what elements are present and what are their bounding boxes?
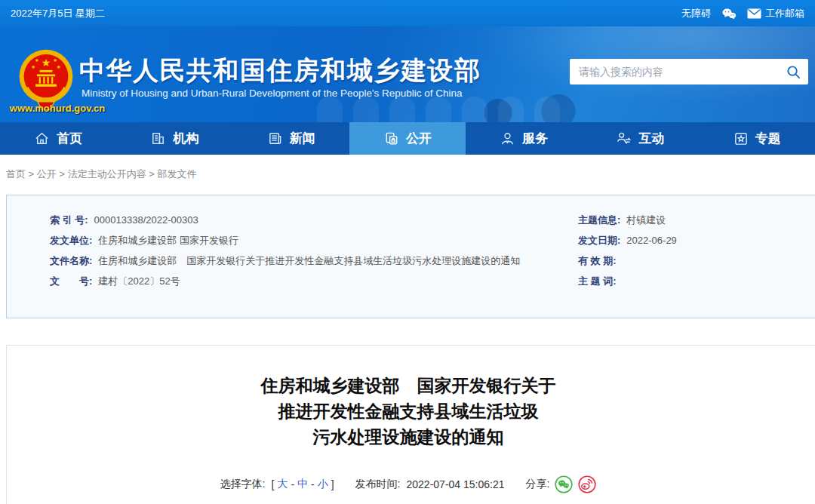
site-title-english: Ministry of Housing and Urban-Rural Deve… xyxy=(82,88,463,99)
share-wechat-icon[interactable] xyxy=(555,475,573,493)
article-title-line3: 污水处理设施建设的通知 xyxy=(7,424,810,450)
site-banner: ★ ★ ★ ★ ★ www.mohurd.gov.cn 中华人民共和国住房和城乡… xyxy=(0,26,815,122)
article-title: 住房和城乡建设部 国家开发银行关于 推进开发性金融支持县域生活垃圾 污水处理设施… xyxy=(7,373,810,450)
banner-building-arches xyxy=(317,97,596,122)
interaction-icon xyxy=(616,131,632,146)
meta-label: 文件名称: xyxy=(50,256,92,266)
share-group: 分享: xyxy=(526,475,597,493)
meta-row-keywords: 主 题 词: xyxy=(578,276,804,287)
svg-text:★: ★ xyxy=(53,57,57,63)
svg-text:★: ★ xyxy=(31,64,35,69)
national-emblem-logo: ★ ★ ★ ★ ★ xyxy=(17,48,75,110)
site-title: 中华人民共和国住房和城乡建设部 xyxy=(79,54,481,88)
article-box: 住房和城乡建设部 国家开发银行关于 推进开发性金融支持县域生活垃圾 污水处理设施… xyxy=(6,345,815,504)
meta-label: 发文单位: xyxy=(50,235,92,246)
building-icon xyxy=(150,131,166,146)
service-icon xyxy=(500,131,515,146)
font-size-selector: 选择字体: [ 大 - 中 - 小 ] xyxy=(220,478,334,491)
current-date: 2022年7月5日 星期二 xyxy=(11,7,105,20)
share-label: 分享: xyxy=(526,478,550,491)
font-size-medium[interactable]: 中 xyxy=(296,478,309,491)
meta-value: 建村〔2022〕52号 xyxy=(98,276,180,287)
article-meta-bar: 选择字体: [ 大 - 中 - 小 ] 发布时间: 2022-07-04 15:… xyxy=(7,475,810,493)
search-button[interactable] xyxy=(778,59,808,85)
meta-row-document-number: 文 号: 建村〔2022〕52号 xyxy=(50,276,548,287)
meta-row-validity: 有 效 期: xyxy=(578,256,804,266)
meta-row-issue-date: 发文日期: 2022-06-29 xyxy=(578,235,804,246)
meta-label: 索 引 号: xyxy=(50,215,88,226)
home-icon xyxy=(34,131,50,146)
disclosure-icon xyxy=(383,131,399,146)
breadcrumb[interactable]: 首页 > 公开 > 法定主动公开内容 > 部发文件 xyxy=(6,167,196,181)
work-mailbox-link[interactable]: 工作邮箱 xyxy=(747,7,804,20)
meta-value: 住房和城乡建设部 国家开发银行关于推进开发性金融支持县域生活垃圾污水处理设施建设… xyxy=(98,256,520,266)
nav-item-disclosure[interactable]: 公开 xyxy=(349,122,466,155)
meta-value: 2022-06-29 xyxy=(626,235,677,246)
svg-text:★: ★ xyxy=(35,57,39,63)
search-icon xyxy=(786,65,801,79)
main-nav: 首页 机构 新闻 公开 服务 xyxy=(0,122,815,155)
site-url: www.mohurd.gov.cn xyxy=(5,103,110,114)
nav-item-org[interactable]: 机构 xyxy=(116,122,232,155)
meta-row-issuing-unit: 发文单位: 住房和城乡建设部 国家开发银行 xyxy=(50,235,548,246)
font-size-large[interactable]: 大 xyxy=(275,478,289,491)
search-box xyxy=(570,59,808,85)
meta-value: 村镇建设 xyxy=(626,215,666,226)
share-weibo-icon[interactable] xyxy=(578,475,596,493)
page: 2022年7月5日 星期二 无障碍 工作 xyxy=(0,0,815,504)
meta-label: 主 题 词: xyxy=(578,276,617,287)
nav-item-service[interactable]: 服务 xyxy=(466,122,582,155)
document-metadata-box: 索 引 号: 000013338/2022-00303 发文单位: 住房和城乡建… xyxy=(6,195,815,318)
meta-label: 发文日期: xyxy=(578,235,620,246)
article-title-line2: 推进开发性金融支持县域生活垃圾 xyxy=(7,398,810,424)
font-size-small[interactable]: 小 xyxy=(316,478,330,491)
meta-label: 文 号: xyxy=(50,276,92,287)
meta-row-index-number: 索 引 号: 000013338/2022-00303 xyxy=(50,215,548,226)
search-input[interactable] xyxy=(570,66,778,78)
accessibility-link[interactable]: 无障碍 xyxy=(681,7,711,20)
meta-label: 主题信息: xyxy=(578,215,620,226)
nav-item-topics[interactable]: 专题 xyxy=(699,122,815,155)
meta-value: 住房和城乡建设部 国家开发银行 xyxy=(98,235,238,246)
article-title-line1: 住房和城乡建设部 国家开发银行关于 xyxy=(7,373,810,398)
nav-item-news[interactable]: 新闻 xyxy=(233,122,349,155)
meta-row-document-name: 文件名称: 住房和城乡建设部 国家开发银行关于推进开发性金融支持县域生活垃圾污水… xyxy=(50,256,548,266)
font-select-label: 选择字体: xyxy=(220,478,266,491)
publish-time-label: 发布时间: xyxy=(355,478,401,491)
meta-label: 有 效 期: xyxy=(578,256,617,266)
nav-item-interaction[interactable]: 互动 xyxy=(582,122,698,155)
publish-time-value: 2022-07-04 15:06:21 xyxy=(407,478,505,490)
wechat-link[interactable] xyxy=(721,8,737,20)
meta-value: 000013338/2022-00303 xyxy=(94,215,198,226)
top-bar: 2022年7月5日 星期二 无障碍 工作 xyxy=(0,0,815,26)
mail-icon xyxy=(747,8,761,19)
svg-text:★: ★ xyxy=(57,64,61,69)
meta-row-topic-info: 主题信息: 村镇建设 xyxy=(578,215,804,226)
topic-icon xyxy=(733,131,749,146)
svg-text:★: ★ xyxy=(42,57,51,69)
news-icon xyxy=(267,131,283,146)
nav-item-home[interactable]: 首页 xyxy=(0,122,116,155)
publish-time-group: 发布时间: 2022-07-04 15:06:21 xyxy=(355,478,505,491)
wechat-icon xyxy=(721,8,737,20)
